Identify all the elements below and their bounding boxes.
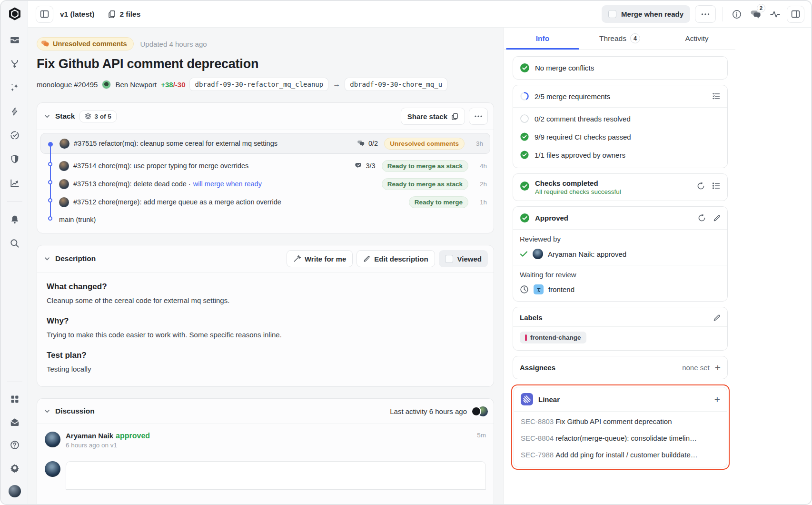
user-avatar[interactable] <box>9 485 21 497</box>
progress-circle-icon <box>520 91 529 101</box>
stack-row[interactable]: #37514 chore(mq): use proper typing for … <box>37 157 494 175</box>
stack-dot <box>48 180 52 184</box>
row-time: 1h <box>475 199 487 206</box>
bolt-icon[interactable] <box>9 106 20 117</box>
toggle-right-panel-button[interactable] <box>787 6 804 23</box>
discussion-comment: Aryaman Naikapproved 6 hours ago on v1 5… <box>37 424 494 449</box>
waiting-team-row: frontend <box>513 280 727 301</box>
row-status-badge: Ready to merge <box>409 196 468 208</box>
next-comment-partial <box>37 449 494 490</box>
edit-description-button[interactable]: Edit description <box>356 250 435 267</box>
tab-threads[interactable]: Threads4 <box>581 28 658 49</box>
write-for-me-button[interactable]: Write for me <box>287 250 353 267</box>
author-avatar[interactable] <box>102 80 111 89</box>
stack-row-avatar <box>59 197 69 207</box>
checks-card: Checks completed All required checks suc… <box>513 173 728 201</box>
comments-icon[interactable]: 2 <box>749 7 763 21</box>
author-name[interactable]: Ben Newport <box>115 81 157 89</box>
stack-row-avatar <box>59 161 69 171</box>
rail-divider <box>7 201 22 202</box>
mail-icon[interactable] <box>9 416 20 428</box>
more-actions-button[interactable] <box>695 5 716 23</box>
add-linear-issue-icon[interactable]: + <box>714 394 720 404</box>
toggle-left-panel-button[interactable] <box>36 6 53 23</box>
sparkles-icon[interactable] <box>9 82 20 93</box>
requirements-list-icon[interactable] <box>712 92 721 100</box>
version-selector[interactable]: v1 (latest) <box>60 10 94 19</box>
branch-to-chip[interactable]: dbradf-09-30-chore_mq_u <box>345 78 447 91</box>
refresh-icon[interactable] <box>698 214 706 222</box>
status-badge: Unresolved comments <box>37 37 134 50</box>
merge-when-ready-checkbox[interactable] <box>608 10 616 18</box>
files-count[interactable]: 2 files <box>108 10 140 19</box>
description-section: Description Write for me Edit descriptio… <box>37 245 494 387</box>
team-name[interactable]: frontend <box>548 285 574 293</box>
sidebar-tabs: Info Threads4 Activity <box>504 28 735 50</box>
shield-icon[interactable] <box>9 153 20 165</box>
linear-issue[interactable]: SEC-7988Add dd ping for install / custom… <box>514 446 727 463</box>
stack-count-pill[interactable]: 3 of 5 <box>79 111 116 122</box>
branch-from-chip[interactable]: dbradf-09-30-refactor_mq_cleanup <box>189 78 328 91</box>
edit-reviewers-icon[interactable] <box>713 214 721 222</box>
label-chip[interactable]: frontend-change <box>520 332 586 343</box>
commenter-name[interactable]: Aryaman Naik <box>66 432 113 440</box>
files-icon <box>108 10 116 19</box>
tab-activity[interactable]: Activity <box>658 28 735 49</box>
notifications-bell-icon[interactable] <box>9 214 20 225</box>
commenter-avatar[interactable] <box>45 432 60 447</box>
linear-issue[interactable]: SEC-8804refactor(merge-queue): consolida… <box>514 430 727 446</box>
branch-arrow-icon: → <box>333 80 340 89</box>
merge-when-ready-button[interactable]: Merge when ready <box>602 5 690 23</box>
reviewer-row: Aryaman Naik: approved <box>513 244 727 265</box>
requirement-item: 1/1 files approved by owners <box>513 146 727 164</box>
stack-row[interactable]: #37512 chore(merge): add merge queue as … <box>37 193 494 211</box>
repo-number[interactable]: monologue #20495 <box>37 81 98 89</box>
tab-info[interactable]: Info <box>504 28 581 49</box>
settings-gear-icon[interactable] <box>9 462 20 474</box>
approved-check-icon <box>520 251 528 257</box>
check-circle-icon <box>520 132 529 141</box>
assignees-card: Assignees none set + <box>513 356 728 379</box>
check-circle-icon <box>520 181 530 191</box>
right-sidebar: Info Threads4 Activity No merge conflict… <box>504 28 812 504</box>
add-assignee-icon[interactable]: + <box>715 363 721 373</box>
refresh-icon[interactable] <box>697 182 705 190</box>
info-icon[interactable] <box>730 7 744 21</box>
stack-row-trunk[interactable]: main (trunk) <box>37 211 494 228</box>
stack-collapse-chevron-icon[interactable] <box>44 113 50 120</box>
assignees-value: none set <box>682 364 710 372</box>
updated-timestamp: Updated 4 hours ago <box>140 40 207 48</box>
help-icon[interactable] <box>9 439 20 451</box>
stack-row-selected[interactable]: #37515 refactor(mq): cleanup some cereal… <box>40 133 490 154</box>
share-stack-button[interactable]: Share stack <box>401 108 465 125</box>
row-status-badge: Ready to merge as stack <box>382 160 468 172</box>
clock-icon <box>520 285 529 294</box>
comment-time: 5m <box>477 432 486 449</box>
stack-more-button[interactable] <box>469 108 488 125</box>
viewed-checkbox[interactable] <box>445 255 453 263</box>
merge-branch-icon[interactable] <box>9 58 20 70</box>
ci-checks-icon[interactable] <box>9 130 20 141</box>
edit-labels-icon[interactable] <box>713 314 721 322</box>
discussion-collapse-chevron-icon[interactable] <box>44 408 50 414</box>
description-collapse-chevron-icon[interactable] <box>44 255 50 262</box>
search-icon[interactable] <box>9 238 20 249</box>
graphite-logo-icon[interactable] <box>8 7 22 21</box>
stack-row[interactable]: #37513 chore(mq): delete dead code ·will… <box>37 175 494 193</box>
viewed-button[interactable]: Viewed <box>439 250 488 267</box>
insights-chart-icon[interactable] <box>9 177 20 189</box>
stack-row-avatar <box>59 139 69 149</box>
activity-pulse-icon[interactable] <box>768 7 782 21</box>
reply-box[interactable] <box>66 461 486 490</box>
checks-list-icon[interactable] <box>712 182 721 190</box>
requirement-item: 9/9 required CI checks passed <box>513 128 727 146</box>
description-heading: Test plan? <box>47 351 485 360</box>
row-time: 3h <box>471 140 483 147</box>
waiting-for-review-label: Waiting for review <box>513 265 727 280</box>
will-merge-link[interactable]: will merge when ready <box>193 180 262 188</box>
apps-grid-icon[interactable] <box>9 394 20 405</box>
linear-highlight-outline: Linear + SEC-8803Fix Github API comment … <box>511 384 730 470</box>
linear-issue[interactable]: SEC-8803Fix Github API comment deprecati… <box>514 413 727 430</box>
inbox-icon[interactable] <box>9 34 20 46</box>
deletions: /-30 <box>173 81 186 89</box>
